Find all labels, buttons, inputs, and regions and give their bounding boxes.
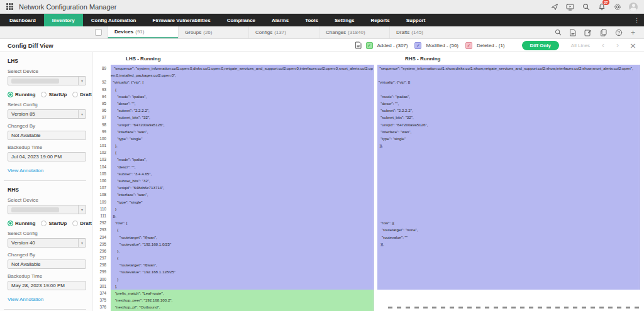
help-icon[interactable]: [615, 29, 623, 36]
rhs-config-select[interactable]: Version 40 ▾: [8, 238, 86, 248]
radio-draft[interactable]: Draft: [72, 92, 92, 97]
lhs-code-line: "subnet_bits": "32",: [111, 177, 374, 184]
backedup-time-label: Backedup Time: [8, 145, 86, 150]
lhs-view-annotation-link[interactable]: View Annotation: [8, 168, 43, 173]
lhs-config-select[interactable]: Version 85 ▾: [8, 109, 86, 119]
deleted-checkbox[interactable]: ✓: [465, 42, 472, 49]
chevron-down-icon: ▾: [78, 239, 86, 247]
rhs-device-select[interactable]: ▾: [8, 205, 86, 214]
diff-only-button[interactable]: Diff Only: [522, 41, 559, 50]
changed-by-label: Changed By: [8, 252, 86, 258]
nav-item-config-automation[interactable]: Config Automation: [83, 14, 145, 26]
screen-share-icon[interactable]: [566, 3, 574, 11]
rhs-code-line: "subnet_bits": "32",: [377, 114, 640, 121]
radio-running[interactable]: Running: [8, 221, 35, 226]
nav-item-inventory[interactable]: Inventory: [44, 14, 83, 26]
rhs-code-line: ]},: [377, 142, 640, 149]
tab-changes[interactable]: Changes(31840): [319, 26, 389, 38]
radio-running[interactable]: Running: [8, 92, 35, 97]
lhs-code-line: "row": [: [111, 219, 374, 226]
rhs-code-line: [377, 254, 640, 261]
rhs-panel-title: RHS: [8, 187, 86, 193]
lhs-code-line: "mode": "ipalias",: [111, 156, 374, 163]
export-pdf-icon[interactable]: [570, 29, 576, 36]
redacted-device-name: [11, 207, 59, 212]
diff-row: 106 "subnet_bits": "32",: [93, 177, 644, 184]
lhs-code-line: "routetarget": "if|wan",: [111, 261, 374, 268]
line-number: 292: [93, 219, 111, 226]
all-lines-button[interactable]: All Lines: [571, 43, 590, 48]
radio-startup[interactable]: StartUp: [41, 221, 67, 226]
add-icon[interactable]: +: [631, 28, 635, 37]
rhs-code-line: [377, 205, 640, 212]
lhs-code-line: "virtualip": {"vip": [: [111, 79, 374, 85]
diff-row: 299 "routevalue": "192.168.1.128/25": [93, 268, 644, 275]
horizontal-scrollbar[interactable]: [388, 307, 643, 308]
apps-grid-icon[interactable]: [6, 3, 13, 10]
lhs-code-line: "descr": "",: [111, 100, 374, 107]
diff-row: 108 "interface": "wan",: [93, 191, 644, 198]
search-icon[interactable]: [555, 29, 562, 36]
quick-launch-icon[interactable]: [550, 3, 558, 11]
line-number: 299: [93, 268, 111, 275]
close-icon[interactable]: ×: [630, 41, 636, 50]
rhs-code-line: [377, 276, 640, 283]
added-checkbox[interactable]: ✓: [366, 42, 373, 49]
diff-row: 292 "row": [ "row": [{: [93, 219, 644, 226]
export-pdf-icon[interactable]: [355, 41, 362, 49]
rhs-config-type-radios: Running StartUp Draft: [8, 221, 86, 226]
rhs-code-line: "routevalue": "": [377, 234, 640, 241]
rhs-code-line: "mode": "ipalias",: [377, 93, 640, 100]
tab-drafts[interactable]: Drafts(145): [389, 26, 460, 38]
nav-item-reports[interactable]: Reports: [362, 14, 397, 26]
lhs-code-line: },: [111, 142, 374, 149]
lhs-config-type-radios: Running StartUp Draft: [8, 92, 86, 97]
rhs-code-line: [377, 191, 640, 198]
lhs-pane-title: LHS - Running: [93, 56, 374, 62]
select-all-checkbox[interactable]: [95, 29, 102, 36]
lhs-code-line: "interface": "wan",: [111, 128, 374, 135]
search-icon[interactable]: [582, 3, 590, 11]
nav-item-settings[interactable]: Settings: [326, 14, 363, 26]
rhs-code-line: [377, 184, 640, 191]
line-number: 106: [93, 177, 111, 184]
lhs-code-line: }: [111, 205, 374, 212]
prev-diff-icon[interactable]: ‹: [602, 41, 604, 49]
nav-item-alarms[interactable]: Alarms: [264, 14, 297, 26]
next-diff-icon[interactable]: ›: [616, 41, 619, 49]
line-number: 99: [93, 128, 111, 135]
line-number: 298: [93, 261, 111, 268]
tab-devices[interactable]: Devices(91): [108, 26, 178, 38]
diff-rows[interactable]: 89 "sequence": "system_information:col1:…: [93, 65, 644, 311]
lhs-code-line: "routetarget": "if|wan",: [111, 234, 374, 241]
diff-row: 107 "uniqid": "648db6c713714",: [93, 184, 644, 191]
lhs-code-line: "descr": "",: [111, 163, 374, 170]
diff-row: 101 }, ]},: [93, 142, 644, 149]
lhs-code-line: "nexthop_pf": "Outbound",: [111, 303, 374, 310]
main-nav: Dashboard Inventory Config Automation Fi…: [0, 14, 644, 26]
notifications-bell-icon[interactable]: 27: [597, 3, 606, 11]
settings-gear-icon[interactable]: [613, 3, 621, 11]
nav-item-firmware-vulnerabilities[interactable]: Firmware Vulnerabilities: [145, 14, 219, 26]
rhs-code-line: "virtualip": {"vip": []: [377, 79, 640, 85]
tab-groups[interactable]: Groups(26): [178, 26, 248, 38]
lhs-code-line: "sequence": "system_information:col1:ope…: [111, 65, 374, 79]
modified-checkbox[interactable]: ✓: [414, 42, 421, 49]
radio-startup[interactable]: StartUp: [41, 92, 67, 97]
tab-configs[interactable]: Configs(137): [248, 26, 319, 38]
lhs-device-select[interactable]: ▾: [8, 76, 86, 85]
nav-item-support[interactable]: Support: [398, 14, 434, 26]
nav-overflow-icon[interactable]: ⋮: [630, 14, 644, 26]
rhs-view-annotation-link[interactable]: View Annotation: [8, 297, 43, 302]
schedule-icon[interactable]: [584, 29, 592, 36]
user-avatar[interactable]: [629, 3, 638, 11]
added-count-label: Added - (307): [377, 43, 408, 48]
lhs-code-line: "subnet": "2.2.2.2",: [111, 107, 374, 114]
nav-item-compliance[interactable]: Compliance: [219, 14, 264, 26]
copy-config-icon[interactable]: [600, 29, 607, 36]
nav-item-dashboard[interactable]: Dashboard: [1, 14, 44, 26]
diff-row: 89 "sequence": "system_information:col1:…: [93, 65, 644, 79]
lhs-code-line: {: [111, 254, 374, 261]
nav-item-tools[interactable]: Tools: [297, 14, 326, 26]
radio-draft[interactable]: Draft: [72, 221, 92, 226]
